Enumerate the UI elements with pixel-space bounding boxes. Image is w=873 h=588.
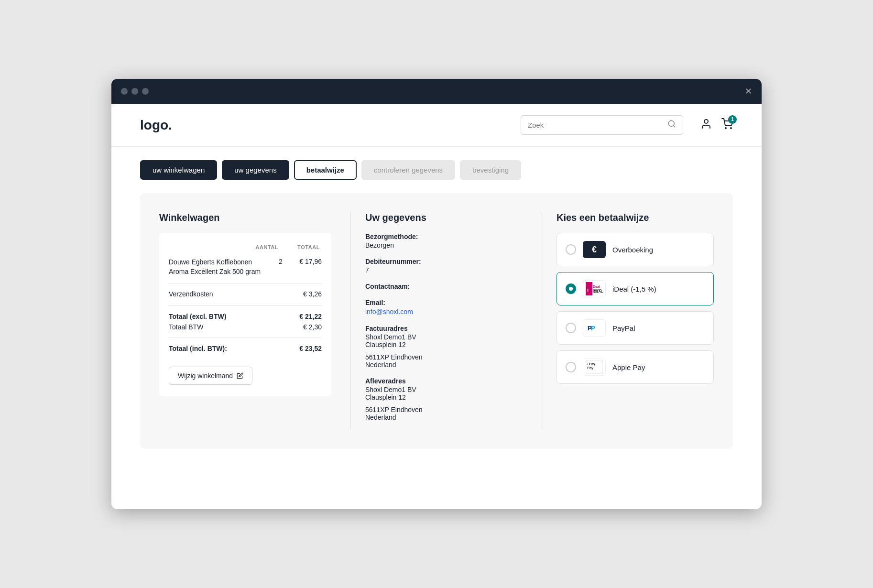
factuuradres-group: Factuuradres Shoxl Demo1 BV Clausplein 1…: [365, 325, 523, 369]
payment-column: Kies een betaalwijze € Overboeking i: [542, 212, 714, 430]
email-label: Email:: [365, 299, 523, 306]
cart-shipping-row: Verzendkosten € 3,26: [169, 290, 322, 298]
paypal-icon: P P: [583, 319, 606, 337]
overboeking-label: Overboeking: [612, 246, 653, 254]
cart-item-price: € 17,96: [288, 258, 322, 265]
email-link[interactable]: info@shoxl.com: [365, 308, 413, 316]
cart-badge: 1: [728, 115, 737, 124]
browser-titlebar: ✕: [111, 79, 762, 104]
payment-option-applepay[interactable]: Pay  Pay Apple Pay: [557, 350, 714, 384]
contactnaam-label: Contactnaam:: [365, 283, 523, 290]
factuur-postal: 5611XP Eindhoven: [365, 353, 523, 361]
debiteurnummer-label: Debiteurnummer:: [365, 258, 523, 265]
email-group: Email: info@shoxl.com: [365, 299, 523, 316]
edit-cart-label: Wijzig winkelmand: [178, 372, 233, 380]
aflever-street: Clausplein 12: [365, 393, 523, 401]
search-bar[interactable]: [521, 115, 683, 135]
overboeking-icon: €: [583, 241, 606, 258]
svg-point-3: [725, 128, 726, 129]
payment-option-overboeking[interactable]: € Overboeking: [557, 233, 714, 266]
btw-label: Totaal BTW: [169, 323, 203, 331]
shipping-label: Verzendkosten: [169, 290, 213, 298]
page-content: logo.: [111, 104, 762, 449]
afleveradres-label: Afleveradres: [365, 377, 523, 385]
step-bevestiging[interactable]: bevestiging: [460, 160, 521, 180]
svg-line-1: [673, 125, 675, 127]
aflever-postal: 5611XP Eindhoven: [365, 406, 523, 414]
afleveradres-group: Afleveradres Shoxl Demo1 BV Clausplein 1…: [365, 377, 523, 421]
svg-text:P: P: [591, 325, 595, 332]
ideal-label: iDeal (-1,5 %): [612, 285, 656, 293]
cart-totals: Totaal (excl. BTW) € 21,22 Totaal BTW € …: [169, 313, 322, 352]
svg-text:i: i: [587, 287, 589, 293]
btw-value: € 2,30: [303, 323, 322, 331]
incl-btw-row: Totaal (incl. BTW): € 23,52: [169, 345, 322, 352]
step-betaalwijze[interactable]: betaalwijze: [294, 160, 357, 180]
cart-header-row: AANTAL TOTAAL: [169, 244, 322, 250]
cart-divider-3: [169, 338, 322, 338]
close-icon[interactable]: ✕: [745, 86, 752, 97]
user-icon[interactable]: [700, 118, 712, 132]
factuur-company: Shoxl Demo1 BV: [365, 333, 523, 341]
cart-column: Winkelwagen AANTAL TOTAAL Douwe Egberts …: [159, 212, 331, 430]
bezorgmethode-group: Bezorgmethode: Bezorgen: [365, 233, 523, 249]
cart-divider: [169, 283, 322, 283]
site-logo: logo.: [140, 118, 511, 133]
header-icons: 1: [700, 118, 733, 132]
svg-text:Deal: Deal: [593, 285, 600, 288]
dot-1: [121, 88, 128, 95]
site-header: logo.: [111, 104, 762, 147]
step-controleren[interactable]: controleren gegevens: [361, 160, 455, 180]
dot-3: [142, 88, 149, 95]
payment-title: Kies een betaalwijze: [557, 212, 714, 223]
factuur-country: Nederland: [365, 361, 523, 369]
debiteurnummer-value: 7: [365, 266, 523, 274]
edit-icon: [237, 372, 243, 379]
svg-point-2: [704, 120, 708, 123]
bezorgmethode-label: Bezorgmethode:: [365, 233, 523, 240]
edit-cart-button[interactable]: Wijzig winkelmand: [169, 367, 252, 385]
cart-divider-2: [169, 305, 322, 306]
paypal-label: PayPal: [612, 324, 635, 332]
cart-inner: AANTAL TOTAAL Douwe Egberts Koffiebonen …: [159, 233, 331, 396]
ideal-icon: i Deal iDEAL: [583, 280, 606, 297]
cart-icon[interactable]: 1: [721, 118, 733, 132]
factuuradres-label: Factuuradres: [365, 325, 523, 332]
applepay-label: Apple Pay: [612, 363, 645, 371]
steps-navigation: uw winkelwagen uw gegevens betaalwijze c…: [111, 147, 762, 193]
bezorgmethode-value: Bezorgen: [365, 241, 523, 249]
search-input[interactable]: [528, 121, 664, 129]
excl-btw-row: Totaal (excl. BTW) € 21,22: [169, 313, 322, 320]
btw-row: Totaal BTW € 2,30: [169, 323, 322, 331]
step-gegevens[interactable]: uw gegevens: [222, 160, 289, 180]
contactnaam-group: Contactnaam:: [365, 283, 523, 290]
factuur-street: Clausplein 12: [365, 341, 523, 348]
radio-paypal: [566, 323, 576, 333]
gegevens-column: Uw gegevens Bezorgmethode: Bezorgen Debi…: [350, 212, 523, 430]
svg-text: Pay:  Pay: [587, 362, 595, 366]
browser-window: ✕ logo.: [111, 79, 762, 509]
excl-btw-label: Totaal (excl. BTW): [169, 313, 226, 320]
gegevens-title: Uw gegevens: [365, 212, 523, 223]
svg-point-4: [731, 128, 731, 129]
step-winkelwagen[interactable]: uw winkelwagen: [140, 160, 217, 180]
applepay-icon: Pay  Pay: [583, 359, 606, 376]
incl-btw-label: Totaal (incl. BTW):: [169, 345, 227, 352]
cart-item-qty: 2: [273, 258, 288, 265]
cart-item-name: Douwe Egberts Koffiebonen Aroma Excellen…: [169, 258, 273, 276]
payment-option-paypal[interactable]: P P PayPal: [557, 311, 714, 345]
payment-option-ideal[interactable]: i Deal iDEAL iDeal (-1,5 %): [557, 272, 714, 305]
window-dots: [121, 88, 149, 95]
svg-text:Pay: Pay: [587, 366, 593, 370]
excl-btw-value: € 21,22: [299, 313, 322, 320]
col-aantal: AANTAL: [255, 244, 278, 250]
search-icon: [667, 120, 676, 131]
incl-btw-value: € 23,52: [299, 345, 322, 352]
cart-item-row: Douwe Egberts Koffiebonen Aroma Excellen…: [169, 258, 322, 276]
radio-ideal: [566, 283, 576, 294]
dot-2: [131, 88, 138, 95]
radio-applepay: [566, 362, 576, 372]
aflever-country: Nederland: [365, 414, 523, 421]
cart-title: Winkelwagen: [159, 212, 331, 223]
svg-text:iDEAL: iDEAL: [593, 290, 603, 293]
